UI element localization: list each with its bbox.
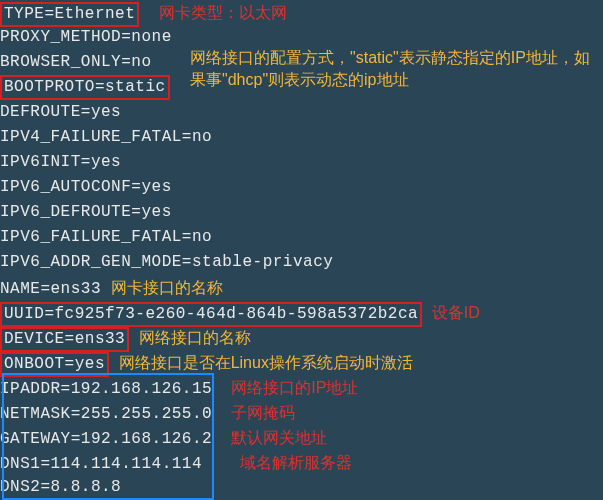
ann-uuid: 设备ID — [432, 304, 480, 321]
cfg-ipv6init: IPV6INIT=yes — [0, 150, 603, 175]
ann-type: 网卡类型：以太网 — [159, 4, 287, 21]
cfg-ipv6fail: IPV6_FAILURE_FATAL=no — [0, 225, 603, 250]
ann-name: 网卡接口的名称 — [111, 279, 223, 296]
ann-dns: 域名解析服务器 — [240, 454, 352, 471]
cfg-onboot: ONBOOT=yes — [0, 352, 109, 377]
cfg-dns1: DNS1=114.114.114.114 — [0, 455, 202, 473]
cfg-ipaddr: IPADDR=192.168.126.15 — [0, 380, 212, 398]
ann-bootproto: 网络接口的配置方式，"static"表示静态指定的IP地址，如果事"dhcp"则… — [190, 47, 595, 91]
cfg-gateway: GATEWAY=192.168.126.2 — [0, 430, 212, 448]
cfg-defroute: DEFROUTE=yes — [0, 100, 603, 125]
cfg-netmask: NETMASK=255.255.255.0 — [0, 405, 212, 423]
ann-ipaddr: 网络接口的IP地址 — [231, 379, 358, 396]
cfg-ipv6addr: IPV6_ADDR_GEN_MODE=stable-privacy — [0, 250, 603, 275]
ann-onboot: 网络接口是否在Linux操作系统启动时激活 — [119, 354, 413, 371]
cfg-device: DEVICE=ens33 — [0, 327, 129, 352]
cfg-name: NAME=ens33 — [0, 280, 101, 298]
ann-netmask: 子网掩码 — [231, 404, 295, 421]
ann-device: 网络接口的名称 — [139, 329, 251, 346]
cfg-ipv6auto: IPV6_AUTOCONF=yes — [0, 175, 603, 200]
cfg-ipv6def: IPV6_DEFROUTE=yes — [0, 200, 603, 225]
cfg-bootproto: BOOTPROTO=static — [0, 75, 170, 100]
cfg-type: TYPE=Ethernet — [0, 2, 139, 27]
ann-gateway: 默认网关地址 — [231, 429, 327, 446]
cfg-dns2: DNS2=8.8.8.8 — [0, 475, 603, 500]
cfg-uuid: UUID=fc925f73-e260-464d-864b-598a5372b2c… — [0, 302, 422, 327]
cfg-ipv4fail: IPV4_FAILURE_FATAL=no — [0, 125, 603, 150]
